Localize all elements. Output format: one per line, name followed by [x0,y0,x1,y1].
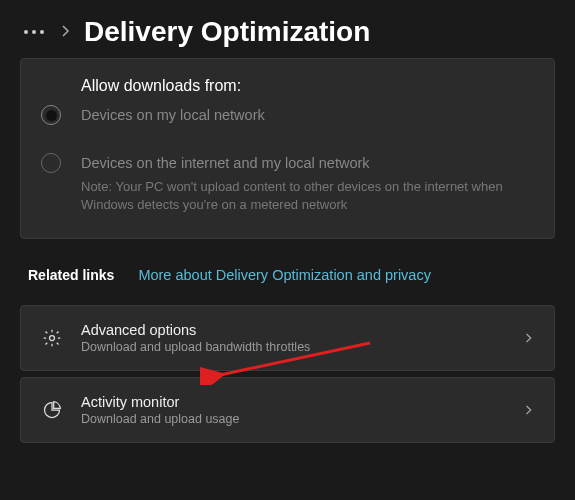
row-subtitle: Download and upload bandwidth throttles [81,340,506,354]
row-title: Advanced options [81,322,506,338]
pie-chart-icon [41,399,63,421]
chevron-right-icon [524,402,534,418]
privacy-link[interactable]: More about Delivery Optimization and pri… [138,267,431,283]
page-title: Delivery Optimization [84,16,370,48]
radio-button-icon [41,105,61,125]
chevron-right-icon [60,23,72,41]
breadcrumb-header: Delivery Optimization [0,0,575,58]
allow-downloads-label: Allow downloads from: [81,77,534,95]
radio-label: Devices on my local network [81,105,534,125]
radio-label: Devices on the internet and my local net… [81,153,534,173]
row-subtitle: Download and upload usage [81,412,506,426]
chevron-right-icon [524,330,534,346]
radio-button-icon [41,153,61,173]
radio-internet-and-local[interactable]: Devices on the internet and my local net… [41,153,534,214]
svg-point-0 [50,335,55,340]
related-links-section: Related links More about Delivery Optimi… [20,245,555,305]
row-title: Activity monitor [81,394,506,410]
radio-local-network[interactable]: Devices on my local network [41,105,534,125]
related-links-label: Related links [28,267,114,283]
activity-monitor-row[interactable]: Activity monitor Download and upload usa… [20,377,555,443]
advanced-options-row[interactable]: Advanced options Download and upload ban… [20,305,555,371]
gear-icon [41,327,63,349]
download-source-card: Allow downloads from: Devices on my loca… [20,58,555,239]
more-icon[interactable] [20,26,48,38]
radio-note: Note: Your PC won't upload content to ot… [81,178,534,214]
